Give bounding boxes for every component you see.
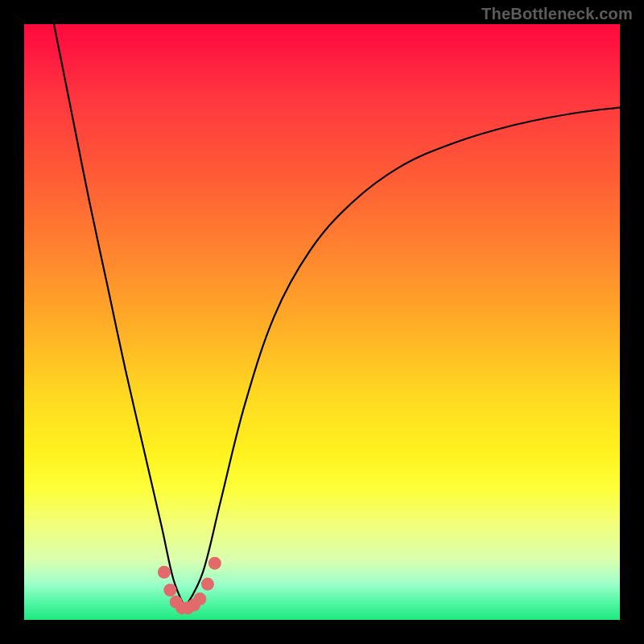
curve-layer	[24, 24, 620, 620]
minimum-marker	[163, 584, 176, 597]
curve-right-branch	[185, 108, 620, 609]
minimum-marker	[208, 557, 221, 570]
chart-frame: TheBottleneck.com	[0, 0, 644, 644]
watermark-text: TheBottleneck.com	[481, 5, 633, 23]
minimum-marker-cluster	[158, 557, 221, 615]
plot-area	[24, 24, 620, 620]
minimum-marker	[158, 566, 171, 579]
minimum-marker	[193, 592, 206, 605]
minimum-marker	[201, 578, 214, 591]
curve-left-branch	[54, 24, 185, 608]
